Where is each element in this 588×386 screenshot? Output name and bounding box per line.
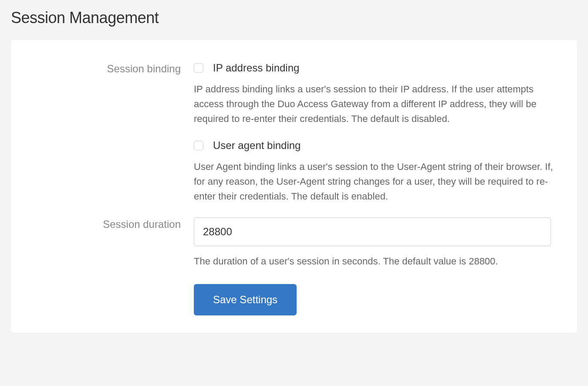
button-row: Save Settings bbox=[194, 284, 555, 315]
ip-binding-checkbox[interactable] bbox=[194, 63, 203, 73]
session-duration-label: Session duration bbox=[28, 217, 194, 315]
page-title: Session Management bbox=[11, 9, 577, 27]
user-agent-binding-help: User Agent binding links a user's sessio… bbox=[194, 159, 555, 204]
ip-binding-label[interactable]: IP address binding bbox=[213, 62, 299, 74]
user-agent-binding-line: User agent binding bbox=[194, 139, 555, 152]
ip-binding-help: IP address binding links a user's sessio… bbox=[194, 82, 555, 126]
save-settings-button[interactable]: Save Settings bbox=[194, 284, 297, 315]
session-binding-label: Session binding bbox=[28, 62, 194, 204]
session-binding-row: Session binding IP address binding IP ad… bbox=[28, 62, 560, 204]
session-duration-input[interactable] bbox=[194, 217, 551, 246]
session-duration-help: The duration of a user's session in seco… bbox=[194, 254, 555, 269]
session-duration-row: Session duration The duration of a user'… bbox=[28, 217, 560, 315]
page-container: Session Management Session binding IP ad… bbox=[0, 0, 588, 342]
user-agent-binding-group: User agent binding User Agent binding li… bbox=[194, 139, 555, 204]
session-binding-controls: IP address binding IP address binding li… bbox=[194, 62, 555, 204]
session-duration-controls: The duration of a user's session in seco… bbox=[194, 217, 555, 315]
ip-binding-group: IP address binding IP address binding li… bbox=[194, 62, 555, 126]
settings-card: Session binding IP address binding IP ad… bbox=[11, 40, 577, 333]
ip-binding-line: IP address binding bbox=[194, 62, 555, 74]
user-agent-binding-label[interactable]: User agent binding bbox=[213, 139, 301, 152]
user-agent-binding-checkbox[interactable] bbox=[194, 141, 203, 150]
